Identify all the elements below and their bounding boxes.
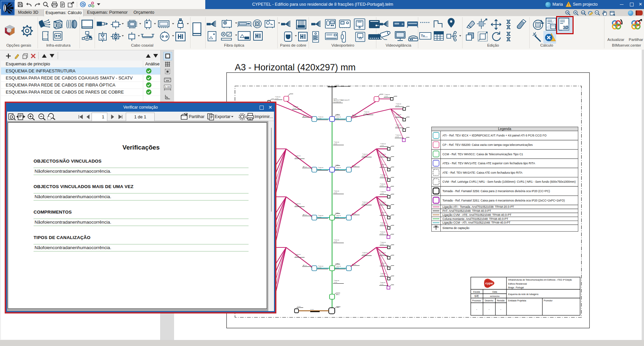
svg-text:x.x-xx: x.x-xx bbox=[295, 255, 299, 257]
svg-text:T xxxx-xx: T xxxx-xx bbox=[362, 252, 368, 253]
svg-text:x.x-xx: x.x-xx bbox=[295, 205, 299, 206]
svg-text:x.x-xx: x.x-xx bbox=[380, 193, 384, 194]
svg-text:T xxxx-xx: T xxxx-xx bbox=[335, 167, 341, 168]
svg-text:Ligação CVM - ATE. Arvi/701052: Ligação CVM - ATE. Arvi/7010521048: TPAM… bbox=[442, 213, 512, 217]
svg-text:ATE: ATE bbox=[337, 307, 339, 308]
svg-text:T xxxx-xx: T xxxx-xx bbox=[380, 201, 386, 203]
svg-text:x.x-xx: x.x-xx bbox=[335, 267, 339, 269]
svg-text:T xxxx-xx: T xxxx-xx bbox=[275, 96, 280, 98]
svg-text:T xxxx-xx: T xxxx-xx bbox=[384, 94, 390, 95]
svg-text:T xxxx-xx: T xxxx-xx bbox=[380, 242, 386, 243]
svg-text:Esquema da rede de tubagens: Esquema da rede de tubagens bbox=[508, 293, 539, 296]
svg-text:PAT. Arvi/7010521048: TPAM-40.: PAT. Arvi/7010521048: TPAM-40.0-PT bbox=[442, 209, 491, 213]
svg-text:T xxxx-xx: T xxxx-xx bbox=[380, 273, 386, 274]
svg-text:x.x-xx: x.x-xx bbox=[362, 203, 366, 205]
svg-text:x.x-xx: x.x-xx bbox=[318, 169, 321, 170]
svg-text:x.x-xx: x.x-xx bbox=[297, 306, 301, 307]
svg-text:xx/xxx/xx: xx/xxx/xx bbox=[490, 295, 500, 297]
svg-text:T xxxx-xx: T xxxx-xx bbox=[380, 222, 386, 224]
svg-text:Revisão: Revisão bbox=[497, 299, 505, 302]
svg-text:-: - bbox=[489, 308, 490, 311]
svg-text:T xxxx-xx: T xxxx-xx bbox=[334, 190, 339, 192]
svg-text:T xxxx-xx: T xxxx-xx bbox=[380, 231, 385, 233]
svg-text:x.x-xx: x.x-xx bbox=[318, 217, 321, 218]
svg-text:ATI-x.x: ATI-x.x bbox=[303, 214, 307, 216]
svg-text:x.x-xx: x.x-xx bbox=[384, 96, 388, 97]
svg-text:x.x-xx: x.x-xx bbox=[335, 118, 339, 119]
svg-text:x.x-xx: x.x-xx bbox=[380, 233, 383, 234]
svg-text:T xxxx-xx: T xxxx-xx bbox=[380, 154, 386, 155]
svg-text:x.x-xx: x.x-xx bbox=[335, 169, 339, 170]
svg-text:Desenho: Desenho bbox=[485, 299, 493, 302]
svg-text:x.x-xx: x.x-xx bbox=[334, 192, 337, 193]
svg-text:x.x-xx: x.x-xx bbox=[380, 275, 384, 276]
svg-text:T xxxx-xx: T xxxx-xx bbox=[380, 183, 385, 185]
svg-text:-: - bbox=[500, 308, 501, 311]
svg-text:Entidade Projetista: Entidade Projetista bbox=[508, 299, 526, 302]
svg-text:T xxxx-xx: T xxxx-xx bbox=[318, 116, 323, 118]
svg-text:T xxxx-xx: T xxxx-xx bbox=[380, 174, 386, 176]
svg-text:Escala: Escala bbox=[473, 291, 480, 293]
svg-text:T xxxx-xx: T xxxx-xx bbox=[335, 215, 341, 216]
svg-text:T xxxx-xx: T xxxx-xx bbox=[362, 201, 368, 203]
svg-text:Tomada - Ref. Famatel 3261: Ca: Tomada - Ref. Famatel 3261: Caixa para 4… bbox=[442, 199, 565, 202]
svg-text:T xxxx-xx: T xxxx-xx bbox=[318, 266, 323, 267]
svg-text:T xxxx-xx: T xxxx-xx bbox=[396, 103, 401, 105]
svg-text:x.x-xx: x.x-xx bbox=[362, 155, 366, 157]
svg-text:x.x-xx: x.x-xx bbox=[380, 243, 384, 245]
svg-text:Tomada - Ref. Famatel 3256: Ca: Tomada - Ref. Famatel 3256: Caixa para 2… bbox=[442, 189, 550, 193]
svg-text:T xxxx-xx: T xxxx-xx bbox=[334, 280, 339, 281]
svg-text:T xxxx-xx: T xxxx-xx bbox=[295, 203, 301, 205]
svg-text:T xxxx-xx: T xxxx-xx bbox=[334, 239, 339, 241]
svg-text:x.x-xx: x.x-xx bbox=[380, 176, 384, 177]
svg-text:Promotor: Promotor bbox=[544, 299, 553, 302]
svg-text:Legenda: Legenda bbox=[498, 127, 511, 131]
svg-text:Processo: Processo bbox=[472, 299, 481, 302]
svg-text:x.x-xx: x.x-xx bbox=[380, 185, 383, 186]
svg-text:Ligação CCM - ATI. Arvi/701052: Ligação CCM - ATI. Arvi/7010521048: TPAM… bbox=[442, 221, 511, 224]
svg-text:x.x-xx: x.x-xx bbox=[380, 224, 384, 225]
svg-text:T xxxx-xx: T xxxx-xx bbox=[396, 114, 401, 115]
svg-text:x.x-xx: x.x-xx bbox=[334, 143, 337, 145]
svg-text:PAT(PVC)*TPAM(T) 40.0-PT: PAT(PVC)*TPAM(T) 40.0-PT bbox=[333, 100, 350, 101]
svg-text:-: - bbox=[476, 308, 477, 311]
svg-text:T xxxx-xx: T xxxx-xx bbox=[395, 134, 401, 136]
svg-text:x.x-xx: x.x-xx bbox=[396, 116, 399, 117]
svg-text:T xxxx-xx: T xxxx-xx bbox=[293, 106, 298, 107]
svg-text:T xxxx-xx: T xxxx-xx bbox=[334, 141, 339, 143]
svg-text:T xxxx-xx: T xxxx-xx bbox=[380, 191, 386, 192]
svg-text:ATI - Ref. TEV IECX + IEDR6PC6: ATI - Ref. TEV IECX + IEDR6PC6CC.KIT: Fu… bbox=[442, 134, 547, 137]
svg-text:Edifício Residencial: Edifício Residencial bbox=[508, 283, 527, 285]
svg-text:x.x-xx: x.x-xx bbox=[310, 309, 314, 310]
svg-text:x.x-xx: x.x-xx bbox=[293, 108, 296, 109]
svg-text:ATI-x.x: ATI-x.x bbox=[303, 265, 307, 266]
svg-text:x.x-xx: x.x-xx bbox=[335, 84, 339, 86]
svg-text:Sistema de captação: Sistema de captação bbox=[442, 226, 469, 230]
svg-text:x.x-xx: x.x-xx bbox=[333, 98, 337, 99]
svg-text:x.x-xx: x.x-xx bbox=[380, 284, 383, 285]
svg-text:cype: cype bbox=[485, 281, 493, 285]
svg-text:T xxxx-xx: T xxxx-xx bbox=[396, 124, 401, 126]
svg-text:T xxxx-xx: T xxxx-xx bbox=[380, 143, 386, 145]
svg-text:CCM - Ref. TEV IMV0CC: Caixa d: CCM - Ref. TEV IMV0CC: Caixa de Telecomu… bbox=[442, 153, 523, 156]
svg-text:T xxxx-xx: T xxxx-xx bbox=[364, 111, 369, 113]
svg-text:x.x-xx: x.x-xx bbox=[380, 145, 384, 146]
svg-text:x.x-xx: x.x-xx bbox=[364, 113, 367, 114]
svg-text:x.x-xx: x.x-xx bbox=[334, 282, 337, 283]
svg-text:x.x-xx: x.x-xx bbox=[335, 217, 339, 218]
svg-text:x.x-xx: x.x-xx bbox=[275, 98, 278, 99]
svg-text:T xxxx-xx: T xxxx-xx bbox=[318, 215, 323, 216]
svg-text:x.x-xx: x.x-xx bbox=[396, 105, 399, 106]
svg-text:T xxxx-xx: T xxxx-xx bbox=[295, 254, 301, 255]
svg-text:x.x-xx: x.x-xx bbox=[395, 136, 399, 137]
svg-text:x.x-xx: x.x-xx bbox=[362, 254, 366, 255]
svg-text:Data: Data bbox=[492, 291, 497, 293]
svg-text:L=x.xx(xx.xx): L=x.xx(xx.xx) bbox=[333, 101, 341, 103]
svg-text:Braga - Portugal: Braga - Portugal bbox=[508, 286, 524, 289]
svg-text:T xxxx-xx: T xxxx-xx bbox=[362, 154, 368, 155]
svg-text:CVM - Ref. Leiriviga CVR1 | NR: CVM - Ref. Leiriviga CVR1 | NR1 - Sem fu… bbox=[442, 180, 576, 183]
svg-text:Ligação ATI - Tomada. Arvi/701: Ligação ATI - Tomada. Arvi/7010521038: T… bbox=[442, 205, 514, 209]
svg-text:T xxxx-xx: T xxxx-xx bbox=[380, 252, 386, 253]
svg-text:Coluna montante. Arvi/70105210: Coluna montante. Arvi/7010521048: TPAM-4… bbox=[442, 217, 508, 221]
svg-text:T xxxx-xx: T xxxx-xx bbox=[295, 155, 301, 157]
